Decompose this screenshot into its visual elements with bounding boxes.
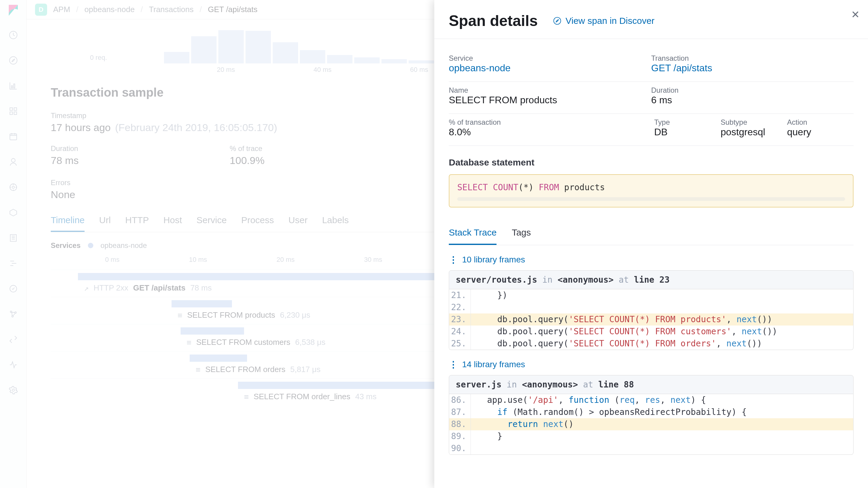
- line-number: 90.: [449, 443, 471, 455]
- sql-kw: SELECT: [457, 182, 488, 192]
- flyout-mask[interactable]: [0, 0, 434, 488]
- tab-tags[interactable]: Tags: [512, 221, 531, 245]
- pct-label: % of transaction: [449, 118, 654, 126]
- discover-link-text: View span in Discover: [566, 16, 655, 26]
- line-number: 23.: [449, 313, 471, 326]
- code-line: 86. app.use('/api', function (req, res, …: [449, 394, 853, 406]
- code-line: 23. db.pool.query('SELECT COUNT(*) FROM …: [449, 313, 853, 326]
- code-src: db.pool.query('SELECT COUNT(*) FROM prod…: [471, 313, 853, 326]
- line-number: 87.: [449, 406, 471, 418]
- code-src: }: [471, 430, 853, 443]
- sql-scrollbar[interactable]: [457, 197, 845, 201]
- library-frames-label: 10 library frames: [462, 255, 525, 265]
- code-line: 89. }: [449, 430, 853, 443]
- service-label: Service: [449, 54, 651, 62]
- line-number: 25.: [449, 338, 471, 350]
- sql-text: products: [559, 182, 605, 192]
- service-link[interactable]: opbeans-node: [449, 62, 651, 74]
- code-src: [471, 443, 853, 455]
- transaction-label: Transaction: [651, 54, 854, 62]
- svg-point-19: [554, 17, 561, 24]
- code-src: if (Math.random() > opbeansRedirectProba…: [471, 406, 853, 418]
- span-details-flyout: Span details View span in Discover ✕ Ser…: [434, 0, 868, 488]
- sql-kw: FROM: [539, 182, 559, 192]
- action-value: query: [787, 126, 854, 138]
- sql-text: (*): [518, 182, 534, 192]
- code-line: 22.: [449, 301, 853, 313]
- action-label: Action: [787, 118, 854, 126]
- stack-frame-header: server/routes.js in <anonymous> at line …: [449, 270, 854, 289]
- line-number: 86.: [449, 394, 471, 406]
- subtype-label: Subtype: [721, 118, 787, 126]
- line-number: 88.: [449, 418, 471, 430]
- code-line: 21. }): [449, 289, 853, 301]
- type-value: DB: [654, 126, 721, 138]
- code-src: }): [471, 289, 853, 301]
- stack-frame-code: 21. })22.23. db.pool.query('SELECT COUNT…: [449, 289, 854, 350]
- code-src: db.pool.query('SELECT COUNT(*) FROM orde…: [471, 338, 853, 350]
- code-line: 25. db.pool.query('SELECT COUNT(*) FROM …: [449, 338, 853, 350]
- library-frames-toggle[interactable]: 10 library frames: [449, 254, 854, 265]
- code-src: return next(): [471, 418, 853, 430]
- close-flyout-button[interactable]: ✕: [851, 8, 860, 21]
- name-value: SELECT FROM products: [449, 94, 651, 106]
- db-statement-title: Database statement: [449, 157, 854, 167]
- tab-stack-trace[interactable]: Stack Trace: [449, 221, 497, 245]
- line-number: 89.: [449, 430, 471, 443]
- name-label: Name: [449, 86, 651, 94]
- pct-value: 8.0%: [449, 126, 654, 138]
- duration-value: 6 ms: [651, 94, 854, 106]
- view-in-discover-link[interactable]: View span in Discover: [553, 16, 655, 26]
- flyout-title: Span details: [449, 12, 538, 30]
- line-number: 24.: [449, 326, 471, 338]
- library-frames-label: 14 library frames: [462, 360, 525, 369]
- stack-frame-header: server.js in <anonymous> at line 88: [449, 375, 854, 394]
- duration-label: Duration: [651, 86, 854, 94]
- library-frames-toggle[interactable]: 14 library frames: [449, 359, 854, 370]
- svg-marker-20: [556, 19, 558, 22]
- flyout-header: Span details View span in Discover ✕: [434, 0, 868, 39]
- line-number: 21.: [449, 289, 471, 301]
- stack-tags-tabs: Stack Trace Tags: [449, 221, 854, 245]
- frames-ellipsis-icon: [449, 254, 458, 265]
- code-line: 88. return next(): [449, 418, 853, 430]
- type-label: Type: [654, 118, 721, 126]
- code-src: [471, 301, 853, 313]
- line-number: 22.: [449, 301, 471, 313]
- discover-icon: [553, 17, 561, 25]
- db-statement-box: SELECT COUNT(*) FROM products: [449, 174, 854, 208]
- stack-frame-code: 86. app.use('/api', function (req, res, …: [449, 394, 854, 455]
- sql-kw: COUNT: [493, 182, 518, 192]
- code-src: db.pool.query('SELECT COUNT(*) FROM cust…: [471, 326, 853, 338]
- code-src: app.use('/api', function (req, res, next…: [471, 394, 853, 406]
- subtype-value: postgresql: [721, 126, 787, 138]
- flyout-body: Service opbeans-node Transaction GET /ap…: [434, 39, 868, 488]
- frames-ellipsis-icon: [449, 359, 458, 370]
- code-line: 24. db.pool.query('SELECT COUNT(*) FROM …: [449, 326, 853, 338]
- code-line: 90.: [449, 443, 853, 455]
- code-line: 87. if (Math.random() > opbeansRedirectP…: [449, 406, 853, 418]
- transaction-link[interactable]: GET /api/stats: [651, 62, 854, 74]
